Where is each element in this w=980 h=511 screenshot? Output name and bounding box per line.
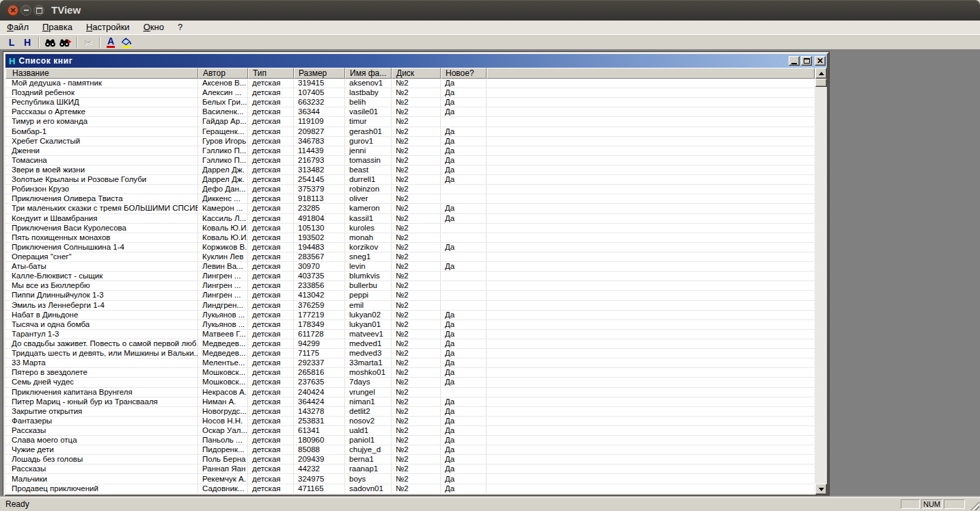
table-row[interactable]: Мальчики Рекемчук А. детская 324975 boys… xyxy=(5,474,815,484)
menu-settings[interactable]: Настройки xyxy=(79,21,137,34)
cell-author: Лингрен ... xyxy=(198,272,248,280)
cell-new xyxy=(441,281,487,290)
table-row[interactable]: До свадьбы заживет. Повесть о самой перв… xyxy=(5,339,815,349)
cell-new xyxy=(441,224,487,233)
child-maximize-button[interactable] xyxy=(801,56,812,66)
column-header-name[interactable]: Название xyxy=(5,68,198,79)
menu-window[interactable]: Окно xyxy=(137,21,171,34)
cut-button[interactable]: ✂ xyxy=(81,36,96,49)
resize-grip[interactable] xyxy=(970,501,979,510)
cell-type: детская xyxy=(248,301,294,310)
list-style-l-button[interactable]: L xyxy=(4,36,19,49)
table-row[interactable]: Лошадь без головы Поль Берна детская 209… xyxy=(5,455,815,464)
table-row[interactable]: Три маленьких сказки с тремя БОЛЬШИМИ СП… xyxy=(5,204,815,213)
window-close-button[interactable]: ✕ xyxy=(8,5,18,16)
find-button[interactable] xyxy=(42,36,57,49)
scrollbar-thumb[interactable] xyxy=(815,79,827,87)
cell-type: детская xyxy=(248,233,294,242)
table-row[interactable]: Калле-Блюквист - сыщик Лингрен ... детск… xyxy=(5,272,815,281)
table-row[interactable]: Продавец приключений Садовник... детская… xyxy=(5,484,815,494)
table-row[interactable]: Приключения Оливера Твиста Диккенс ... д… xyxy=(5,194,815,204)
scroll-down-button[interactable] xyxy=(815,484,827,495)
cell-new: Да xyxy=(441,156,487,165)
menu-help[interactable]: ? xyxy=(171,21,189,34)
table-row[interactable]: Мы все из Бюллербю Лингрен ... детская 2… xyxy=(5,281,815,291)
table-row[interactable]: Пиппи Длинныйчулок 1-3 Лингрен ... детск… xyxy=(5,291,815,300)
table-row[interactable]: Звери в моей жизни Даррел Дж. детская 31… xyxy=(5,166,815,175)
cell-title: Слава моего отца xyxy=(5,436,198,445)
list-style-h-button[interactable]: H xyxy=(20,36,35,49)
column-header-author[interactable]: Автор xyxy=(198,68,248,79)
table-row[interactable]: Семь дней чудес Мошковск... детская 2376… xyxy=(5,378,815,387)
table-row[interactable]: Пять похищенных монахов Коваль Ю.И. детс… xyxy=(5,233,815,243)
table-row[interactable]: Рассказы Раннап Яан детская 44232 raanap… xyxy=(5,464,815,474)
table-row[interactable]: Поздний ребенок Алексин ... детская 1074… xyxy=(5,88,815,98)
table-row[interactable]: Эмиль из Леннеберги 1-4 Линдгрен... детс… xyxy=(5,301,815,311)
cell-disk: №2 xyxy=(392,88,441,97)
column-header-new[interactable]: Новое? xyxy=(441,68,487,79)
table-row[interactable]: Приключения Солнышкина 1-4 Коржиков В. д… xyxy=(5,243,815,252)
table-row[interactable]: Томасина Гэллико П... детская 216793 tom… xyxy=(5,156,815,166)
table-row[interactable]: Рассказы о Артемке Василенк... детская 3… xyxy=(5,107,815,117)
table-row[interactable]: Пятеро в звездолете Мошковск... детская … xyxy=(5,368,815,378)
cell-filename: levin xyxy=(345,262,392,271)
child-window-titlebar[interactable]: H Список книг ✕ xyxy=(5,54,827,68)
find-next-button[interactable] xyxy=(58,36,73,49)
child-minimize-button[interactable] xyxy=(789,56,800,66)
cell-filler xyxy=(487,166,815,174)
table-row[interactable]: Рассказы Оскар Уал... детская 61341 uald… xyxy=(5,426,815,436)
cell-type: детская xyxy=(248,214,294,223)
window-maximize-button[interactable] xyxy=(33,5,44,16)
menu-edit[interactable]: Правка xyxy=(36,21,79,34)
table-row[interactable]: Питер Мариц - юный бур из Трансвааля Ним… xyxy=(5,397,815,407)
cell-type: детская xyxy=(248,156,294,165)
table-row[interactable]: Приключения капитана Врунгеля Некрасов А… xyxy=(5,388,815,397)
table-row[interactable]: Закрытие открытия Новогрудс... детская 1… xyxy=(5,407,815,417)
column-header-filename[interactable]: Имя фа... xyxy=(345,68,392,79)
cell-size: 319415 xyxy=(294,79,345,88)
table-row[interactable]: Робинзон Крузо Дефо Дан... детская 37537… xyxy=(5,185,815,194)
table-row[interactable]: Набат в Диньдоне Лукьянов ... детская 17… xyxy=(5,311,815,320)
cell-author: Поль Берна xyxy=(198,455,248,464)
font-color-button[interactable]: A xyxy=(103,36,118,49)
table-row[interactable]: Тарантул 1-3 Матвеев Г... детская 611728… xyxy=(5,330,815,339)
cell-filler xyxy=(487,98,815,107)
table-row[interactable]: Мой дедушка - памятник Аксенов В... детс… xyxy=(5,79,815,88)
table-row[interactable]: Тимур и его команда Гайдар Ар... детская… xyxy=(5,117,815,127)
scroll-up-button[interactable] xyxy=(815,68,827,79)
column-header-type[interactable]: Тип xyxy=(248,68,294,79)
table-row[interactable]: Фантазеры Носов Н.Н. детская 253831 noso… xyxy=(5,417,815,426)
table-row[interactable]: Слава моего отца Паньоль ... детская 180… xyxy=(5,436,815,445)
cell-size: 413042 xyxy=(294,291,345,300)
cell-filler xyxy=(487,358,815,367)
cell-filler xyxy=(487,436,815,445)
menu-file[interactable]: Файл xyxy=(0,21,36,34)
fill-color-button[interactable] xyxy=(119,36,134,49)
window-titlebar[interactable]: ✕ TView xyxy=(0,0,980,21)
column-header-disk[interactable]: Диск xyxy=(392,68,441,79)
table-row[interactable]: Хребет Скалистый Гуров Игорь детская 346… xyxy=(5,137,815,146)
window-minimize-button[interactable] xyxy=(21,5,31,16)
window-title: TView xyxy=(51,0,81,21)
table-row[interactable]: Приключения Васи Куролесова Коваль Ю.И. … xyxy=(5,224,815,233)
child-close-button[interactable]: ✕ xyxy=(815,56,826,66)
table-row[interactable]: 33 Марта Мелентье... детская 292337 33ma… xyxy=(5,358,815,368)
column-header-size[interactable]: Размер xyxy=(294,68,345,79)
table-row[interactable]: Тридцать шесть и девять, или Мишкины и В… xyxy=(5,349,815,358)
table-row[interactable]: Республика ШКИД Белых Гри... детская 663… xyxy=(5,98,815,107)
cell-type: детская xyxy=(248,88,294,97)
cell-author: Белых Гри... xyxy=(198,98,248,107)
table-row[interactable]: Бомбар-1 Геращенк... детская 209827 gera… xyxy=(5,127,815,137)
table-row[interactable]: Золотые Крыланы и Розовые Голуби Даррел … xyxy=(5,175,815,185)
mdi-client-area: H Список книг ✕ Название Автор Тип Разме… xyxy=(0,49,980,498)
table-row[interactable]: Аты-баты Левин Ва... детская 30970 levin… xyxy=(5,262,815,272)
table-row[interactable]: Операция "снег" Куклин Лев детская 28356… xyxy=(5,252,815,262)
table-row[interactable]: Тысяча и одна бомба Лукьянов ... детская… xyxy=(5,320,815,330)
table-row[interactable]: Чужие дети Пидоренк... детская 85088 chu… xyxy=(5,445,815,455)
vertical-scrollbar[interactable] xyxy=(815,68,827,495)
table-row[interactable]: Дженни Гэллико П... детская 114439 jenni… xyxy=(5,146,815,156)
table-row[interactable]: Кондуит и Швамбрания Кассиль Л... детска… xyxy=(5,214,815,224)
cell-type: детская xyxy=(248,455,294,464)
scrollbar-track[interactable] xyxy=(815,87,827,484)
cell-author: Мелентье... xyxy=(198,358,248,367)
